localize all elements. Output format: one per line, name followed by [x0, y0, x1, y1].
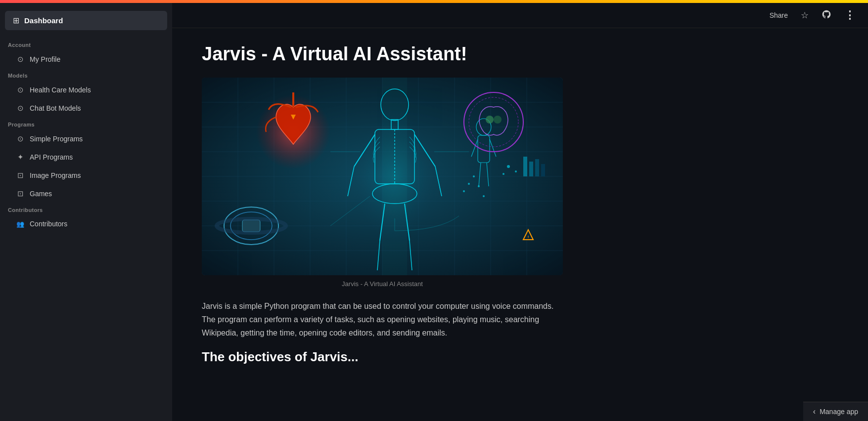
- sidebar-item-label: Simple Programs: [30, 135, 83, 143]
- simple-programs-icon: ⊙: [16, 134, 25, 143]
- section-account: Account: [0, 38, 172, 50]
- star-button[interactable]: ☆: [798, 8, 812, 23]
- share-button[interactable]: Share: [767, 9, 791, 21]
- image-caption: Jarvis - A Virtual AI Assistant: [202, 280, 563, 288]
- svg-text:!: !: [528, 235, 529, 239]
- sidebar-item-health-care-models[interactable]: ⊙ Health Care Models: [3, 81, 169, 99]
- app-layout: ⊞ Dashboard Account ⊙ My Profile Models …: [0, 3, 868, 421]
- more-icon: ⋮: [844, 9, 855, 22]
- sidebar-item-my-profile[interactable]: ⊙ My Profile: [3, 50, 169, 68]
- sidebar-item-label: Games: [30, 190, 52, 198]
- sidebar: ⊞ Dashboard Account ⊙ My Profile Models …: [0, 3, 172, 421]
- main-header: Share ☆ ⋮: [172, 3, 868, 28]
- svg-rect-45: [242, 220, 260, 232]
- sidebar-item-api-programs[interactable]: ✦ API Programs: [3, 148, 169, 166]
- github-icon: [822, 9, 831, 22]
- manage-app-chevron: ‹: [813, 407, 816, 416]
- svg-point-53: [468, 183, 470, 185]
- svg-rect-50: [541, 164, 545, 176]
- health-care-icon: ⊙: [16, 85, 25, 94]
- sidebar-item-label: Chat Bot Models: [30, 104, 81, 112]
- svg-point-58: [503, 173, 504, 175]
- contributors-icon: 👥: [16, 220, 25, 228]
- chat-bot-icon: ⊙: [16, 104, 25, 113]
- svg-rect-62: [382, 78, 407, 275]
- sidebar-item-image-programs[interactable]: ⊡ Image Programs: [3, 167, 169, 184]
- svg-point-42: [494, 116, 502, 124]
- svg-point-56: [507, 165, 510, 168]
- github-button[interactable]: [819, 7, 834, 24]
- dashboard-label: Dashboard: [24, 16, 63, 25]
- manage-app-bar[interactable]: ‹ Manage app: [803, 402, 868, 421]
- manage-app-label: Manage app: [820, 408, 858, 416]
- svg-point-41: [486, 116, 494, 124]
- article-subtitle: The objectives of Jarvis...: [202, 349, 612, 365]
- sidebar-item-label: Image Programs: [30, 171, 81, 179]
- article-image-container: !: [202, 78, 563, 275]
- sidebar-item-label: Health Care Models: [30, 86, 91, 94]
- svg-point-55: [463, 190, 465, 192]
- dashboard-button[interactable]: ⊞ Dashboard: [5, 11, 167, 30]
- profile-icon: ⊙: [16, 55, 25, 64]
- games-icon: ⊡: [16, 189, 25, 198]
- more-options-button[interactable]: ⋮: [841, 7, 858, 24]
- sidebar-item-contributors[interactable]: 👥 Contributors: [3, 215, 169, 232]
- article-title: Jarvis - A Virtual AI Assistant!: [202, 43, 612, 66]
- svg-text:!: !: [293, 116, 294, 119]
- article-body: Jarvis - A Virtual AI Assistant!: [172, 28, 642, 390]
- main-content: Share ☆ ⋮ Jarvis - A Virtual AI Assistan…: [172, 3, 868, 421]
- svg-point-57: [515, 170, 517, 172]
- svg-point-51: [473, 175, 475, 177]
- svg-rect-48: [529, 162, 533, 176]
- article-image: !: [202, 78, 563, 275]
- svg-point-54: [483, 195, 485, 197]
- article-description: Jarvis is a simple Python program that c…: [202, 299, 563, 340]
- api-programs-icon: ✦: [16, 153, 25, 162]
- svg-rect-47: [523, 157, 527, 176]
- sidebar-item-label: My Profile: [30, 55, 60, 63]
- section-programs: Programs: [0, 118, 172, 129]
- svg-rect-49: [535, 159, 539, 176]
- section-models: Models: [0, 69, 172, 81]
- sidebar-item-label: API Programs: [30, 153, 73, 161]
- sidebar-item-chat-bot-models[interactable]: ⊙ Chat Bot Models: [3, 99, 169, 117]
- dashboard-icon: ⊞: [13, 16, 19, 25]
- svg-point-52: [478, 185, 480, 187]
- image-programs-icon: ⊡: [16, 171, 25, 180]
- sidebar-item-games[interactable]: ⊡ Games: [3, 185, 169, 203]
- sidebar-item-label: Contributors: [30, 220, 67, 228]
- section-contributors: Contributors: [0, 203, 172, 215]
- star-icon: ☆: [801, 10, 809, 21]
- sidebar-item-simple-programs[interactable]: ⊙ Simple Programs: [3, 130, 169, 148]
